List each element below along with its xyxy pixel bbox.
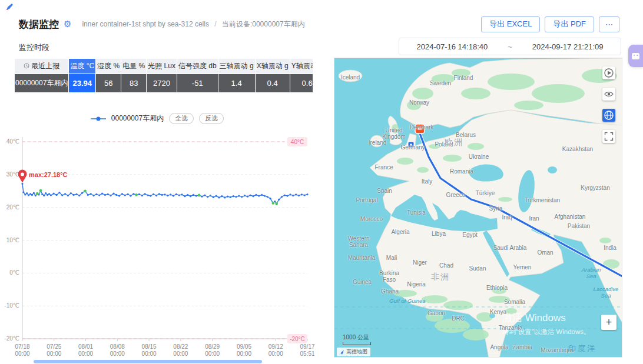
date-start: 2024-07-16 14:18:40 (416, 42, 488, 51)
svg-text:00:00: 00:00 (173, 350, 188, 357)
svg-text:00:00: 00:00 (78, 350, 93, 357)
land-iceland (339, 70, 362, 82)
latest-report-table: 最近上报温度 °C湿度 %电量 %光照 Lux信号强度 db三轴震动 gX轴震动… (14, 58, 313, 93)
svg-text:40°C: 40°C (291, 139, 304, 145)
col-header-3[interactable]: 电量 % (121, 59, 146, 74)
legend-series-label[interactable]: 00000007车厢内 (111, 113, 164, 123)
data-monitor-page: 数据监控 ⚙ inner container-1st shpt by sea-3… (0, 0, 643, 364)
world-map (334, 58, 622, 358)
svg-text:-10℃: -10℃ (4, 302, 19, 309)
route-map[interactable]: IcelandNorwaySwedenFinlandUnited Kingdom… (334, 58, 622, 358)
map-layer-button[interactable] (602, 109, 615, 122)
temperature-chart-svg: 40℃30℃20℃10℃0℃-10℃-20℃07/1800:0007/2500:… (0, 133, 314, 363)
svg-text:09/05: 09/05 (237, 343, 251, 350)
svg-text:07/25: 07/25 (47, 343, 61, 350)
svg-text:09/12: 09/12 (269, 343, 283, 350)
col-header-8[interactable]: Y轴震动 g (290, 59, 313, 74)
svg-text:00:00: 00:00 (205, 350, 220, 357)
svg-text:max:27.18°C: max:27.18°C (29, 171, 68, 178)
route-start-marker[interactable] (415, 124, 425, 133)
svg-text:08/01: 08/01 (78, 343, 93, 350)
svg-text:00:00: 00:00 (142, 350, 157, 357)
map-fullscreen-button[interactable] (602, 130, 615, 143)
svg-text:00:00: 00:00 (47, 350, 61, 357)
svg-text:07/18: 07/18 (15, 343, 29, 350)
svg-text:-20℃: -20℃ (4, 335, 19, 342)
value-cell-5: -51 (177, 74, 218, 92)
settings-gear-icon[interactable]: ⚙ (64, 19, 71, 29)
col-header-6[interactable]: 三轴震动 g (218, 59, 255, 74)
eye-icon (604, 89, 614, 99)
svg-text:08/08: 08/08 (110, 343, 125, 350)
svg-text:10℃: 10℃ (6, 237, 19, 243)
amap-logo-icon (339, 349, 344, 355)
map-playback-button[interactable] (602, 66, 615, 79)
breadcrumb-trip: inner container-1st shpt by sea-312 cell… (82, 20, 208, 28)
top-bar: 数据监控 ⚙ inner container-1st shpt by sea-3… (19, 15, 619, 33)
value-cell-1: 23.94 (69, 74, 95, 92)
vehicle-marker[interactable] (408, 142, 414, 148)
svg-text:00:00: 00:00 (15, 350, 29, 357)
svg-text:00:00: 00:00 (110, 350, 125, 357)
corner-pen-icon (5, 2, 14, 12)
svg-text:08/29: 08/29 (205, 343, 220, 350)
globe-icon (604, 110, 614, 121)
value-cell-8: 0.6 (290, 74, 313, 92)
value-cell-7: 0.4 (256, 74, 290, 92)
fullscreen-icon (604, 131, 614, 142)
col-header-7[interactable]: X轴震动 g (256, 59, 290, 74)
svg-text:00:00: 00:00 (269, 350, 283, 357)
map-scale: 1000 公里 (343, 333, 371, 345)
svg-text:08/15: 08/15 (142, 343, 157, 350)
svg-text:30℃: 30℃ (6, 171, 19, 178)
breadcrumb-device: 当前设备:00000007车厢内 (222, 20, 305, 28)
land-ireland (370, 135, 383, 147)
col-header-4[interactable]: 光照 Lux (147, 59, 177, 74)
value-cell-4: 2720 (147, 74, 177, 92)
svg-text:00:00: 00:00 (237, 350, 251, 357)
breadcrumb: inner container-1st shpt by sea-312 cell… (82, 19, 304, 29)
svg-text:40℃: 40℃ (6, 138, 19, 145)
legend-series-icon (91, 116, 106, 122)
breadcrumb-separator: / (214, 20, 216, 28)
map-zoom-in-button[interactable]: + (601, 315, 617, 330)
temperature-chart: 40℃30℃20℃10℃0℃-10℃-20℃07/1800:0007/2500:… (0, 133, 314, 363)
date-tilde: ~ (508, 42, 512, 51)
sea-aral (548, 166, 557, 173)
svg-text:05:51: 05:51 (300, 350, 314, 357)
device-cell[interactable]: 00000007车厢内 (15, 74, 68, 92)
report-time-icon (24, 63, 29, 69)
export-excel-button[interactable]: 导出 EXCEL (481, 16, 540, 32)
page-title: 数据监控 (19, 18, 59, 31)
export-pdf-button[interactable]: 导出 PDF (545, 16, 594, 32)
select-all-button[interactable]: 全选 (169, 113, 194, 124)
assistant-widget[interactable] (628, 45, 643, 67)
svg-text:0℃: 0℃ (9, 269, 19, 276)
col-header-2[interactable]: 湿度 % (96, 59, 121, 74)
date-end: 2024-09-17 21:21:09 (532, 42, 604, 51)
chart-horizontal-scrollbar[interactable] (34, 360, 262, 363)
col-header-1[interactable]: 温度 °C (69, 59, 95, 74)
col-header-5[interactable]: 信号强度 db (177, 59, 218, 74)
map-attribution: 高德地图 (337, 348, 370, 356)
date-range-picker[interactable]: 2024-07-16 14:18:40 ~ 2024-09-17 21:21:0… (399, 38, 621, 55)
map-controls (602, 66, 615, 143)
svg-text:-20°C: -20°C (290, 336, 305, 342)
value-cell-6: 1.4 (218, 74, 255, 92)
value-cell-3: 83 (121, 74, 146, 92)
play-icon (604, 68, 614, 78)
svg-text:20℃: 20℃ (6, 204, 19, 211)
map-visibility-button[interactable] (602, 88, 615, 101)
chart-legend: 00000007车厢内 全选 反选 (0, 113, 314, 124)
more-actions-button[interactable]: ⋯ (599, 16, 619, 32)
value-cell-2: 56 (96, 74, 121, 92)
lake-victoria (489, 313, 495, 318)
robot-icon (632, 53, 639, 59)
invert-select-button[interactable]: 反选 (199, 113, 224, 124)
svg-text:08/22: 08/22 (173, 343, 188, 350)
svg-text:09/17: 09/17 (300, 343, 314, 350)
period-label: 监控时段 (19, 42, 49, 53)
col-header-0[interactable]: 最近上报 (15, 59, 68, 74)
